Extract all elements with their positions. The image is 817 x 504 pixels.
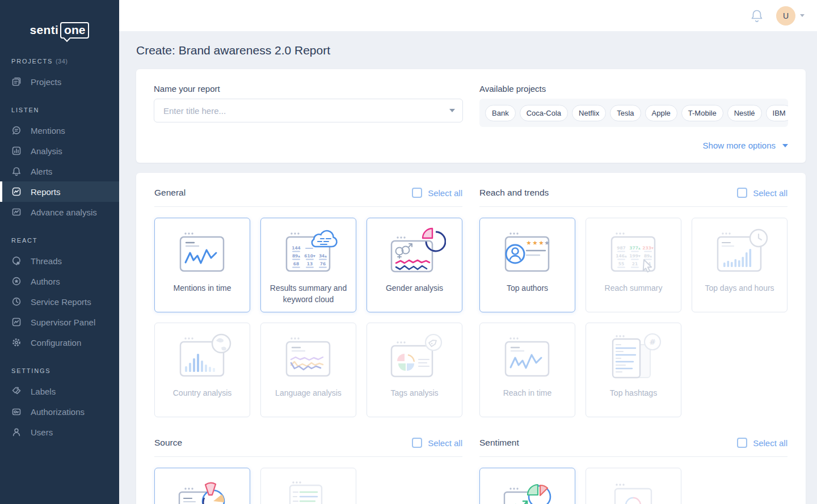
service-reports-icon [11,297,22,307]
widget-card-reach-in-time[interactable]: Reach in time [479,323,575,417]
labels-icon [11,386,22,396]
projects-icon [11,77,22,87]
sidebar-item-label: Service Reports [31,297,91,307]
widget-label: Top days and hours [698,283,781,294]
widget-card-sentiment-pie[interactable] [479,468,575,504]
project-chip-tesla[interactable]: Tesla [610,105,641,121]
select-all-reach-and-trends[interactable]: Select all [737,188,787,198]
numbers-cursor-illustration-icon: 987377▴233▾146▴199▾89▴552134 [603,224,665,283]
widget-card-results-summary-and-keyword-cloud[interactable]: 14489▴610▾34▴681376 Results summary and … [260,218,356,312]
list-colored-illustration-icon [277,474,340,504]
report-title-select[interactable] [154,99,463,122]
content-area: Create: Brand awareness 2.0 Report Name … [119,31,817,504]
widget-card-list-colored[interactable] [260,468,356,504]
sidebar-item-service-reports[interactable]: Service Reports [0,291,119,312]
sidebar-section-projects: PROJECTS (34)Projects [0,58,119,92]
line-chart-illustration-icon [171,224,234,283]
project-chip-t-mobile[interactable]: T-Mobile [681,105,723,121]
widget-label: Top authors [500,283,555,294]
select-all-label: Select all [753,438,787,448]
select-all-label: Select all [428,438,462,448]
widget-card-gauge[interactable] [586,468,681,504]
project-chip-apple[interactable]: Apple [645,105,677,121]
sidebar-section-label: SETTINGS [0,367,119,374]
checkbox-icon[interactable] [412,188,422,198]
users-icon [11,427,22,437]
sidebar-item-configuration[interactable]: Configuration [0,332,119,353]
widget-card-language-analysis[interactable]: Language analysis [260,323,356,417]
section-title: Sentiment [479,438,519,448]
page-title: Create: Brand awareness 2.0 Report [136,44,806,57]
project-chip-coca-cola[interactable]: Coca-Cola [520,105,568,121]
sidebar-item-authors[interactable]: Authors [0,271,119,291]
authorizations-icon [11,406,22,417]
widget-card-tags-analysis[interactable]: Tags analysis [367,323,462,417]
project-chip-ibm[interactable]: IBM [766,105,788,121]
widget-card-country-analysis[interactable]: Country analysis [154,323,250,417]
mentions-icon [11,125,22,135]
widget-card-mentions-in-time[interactable]: Mentions in time [154,218,250,312]
sidebar-item-label: Analysis [31,146,62,156]
widget-card-reach-summary[interactable]: 987377▴233▾146▴199▾89▴552134Reach summar… [586,218,681,312]
configuration-icon [11,337,22,348]
supervisor-panel-icon [11,317,22,327]
sidebar-section-listen: LISTEN MentionsAnalysisAlertsReportsAdva… [0,107,119,222]
select-all-label: Select all [753,188,787,198]
authors-icon [11,276,22,286]
divider [154,206,462,207]
checkbox-icon[interactable] [737,438,747,448]
svg-text:★: ★ [544,239,549,246]
project-chip-netflix[interactable]: Netflix [572,105,606,121]
sidebar-item-reports[interactable]: Reports [0,181,119,202]
sidebar-item-advance-analysis[interactable]: Advance analysis [0,202,119,222]
notifications-bell-icon[interactable] [750,9,764,23]
sentiment-pie-illustration-icon [496,474,559,504]
widgets-column-left: General Select all Mentions in time14489… [154,187,462,504]
svg-text:144: 144 [292,245,301,251]
sidebar-item-projects[interactable]: Projects [0,71,119,92]
checkbox-icon[interactable] [412,438,422,448]
avatar[interactable]: U [776,6,795,26]
sidebar-item-authorizations[interactable]: Authorizations [0,401,119,422]
svg-text:610▾: 610▾ [304,253,315,259]
sidebar-item-label: Projects [31,77,61,87]
sidebar-item-label: Alerts [31,167,52,176]
sidebar-item-alerts[interactable]: Alerts [0,161,119,181]
widget-label: Tags analysis [384,388,445,399]
select-all-general[interactable]: Select all [412,188,462,198]
alerts-icon [11,166,22,176]
chevron-down-icon[interactable] [782,144,788,147]
bars-clock-illustration-icon [709,224,771,283]
sidebar-item-label: Supervisor Panel [31,317,95,327]
project-chip-bank[interactable]: Bank [485,105,516,121]
show-more-options-link[interactable]: Show more options [703,141,776,150]
list-hashtag-illustration-icon: # [603,329,665,388]
project-chip-nestl-[interactable]: Nestlé [727,105,762,121]
sidebar-nav: PROJECTS (34)ProjectsLISTEN MentionsAnal… [0,58,119,442]
widget-card-gender-analysis[interactable]: Gender analysis [367,218,462,312]
sidebar-section-settings: SETTINGS LabelsAuthorizationsUsers [0,367,119,442]
widget-card-top-hashtags[interactable]: #Top hashtags [586,323,681,417]
bars-globe-illustration-icon [171,329,234,388]
sidebar-item-threads[interactable]: Threads [0,251,119,271]
sidebar-item-labels[interactable]: Labels [0,381,119,401]
sidebar-item-users[interactable]: Users [0,422,119,442]
select-all-source[interactable]: Select all [412,438,462,448]
widget-card-top-authors[interactable]: ★★ ★★Top authors [479,218,575,312]
svg-text:146▴: 146▴ [616,253,627,259]
widget-card-pie-exploded[interactable] [154,468,250,504]
select-all-sentiment[interactable]: Select all [737,438,787,448]
sidebar-item-mentions[interactable]: Mentions [0,120,119,141]
section-source: Source Select all [154,437,462,504]
section-title: General [154,188,186,198]
user-menu-caret-icon[interactable] [800,14,805,17]
section-title: Reach and trends [479,188,549,198]
checkbox-icon[interactable] [737,188,747,198]
report-title-input[interactable] [154,99,463,122]
widget-card-top-days-and-hours[interactable]: Top days and hours [692,218,787,312]
sidebar-item-analysis[interactable]: Analysis [0,141,119,161]
sidebar-item-supervisor-panel[interactable]: Supervisor Panel [0,312,119,332]
svg-text:199▾: 199▾ [629,253,641,259]
sidebar-section-react: REACT ThreadsAuthorsService ReportsSuper… [0,237,119,353]
gender-pie-illustration-icon [384,224,446,283]
